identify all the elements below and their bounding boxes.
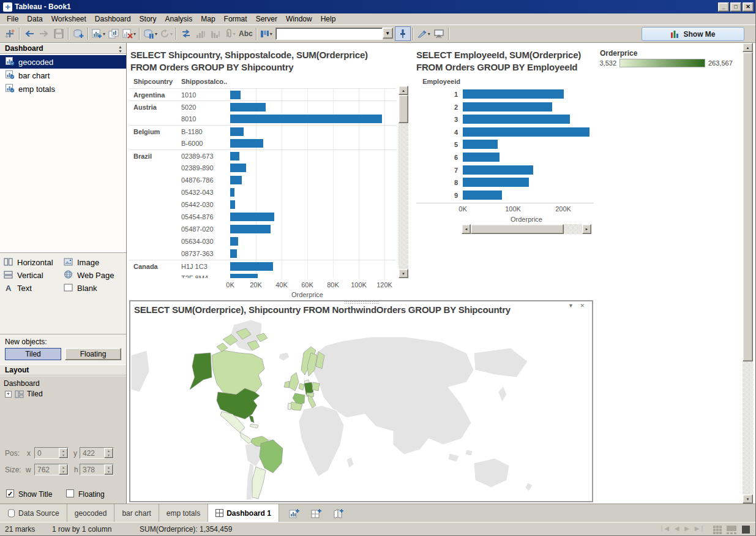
object-vertical[interactable]: Vertical — [4, 270, 64, 281]
scroll-left-icon[interactable]: ◄ — [462, 224, 471, 234]
new-worksheet-tab-button[interactable] — [286, 507, 302, 520]
pos-y-field[interactable]: 422 ▲▼ — [80, 447, 114, 459]
panel-sort-icon[interactable]: ▲▼ — [118, 45, 122, 53]
pin-button[interactable] — [395, 26, 411, 41]
menu-item-window[interactable]: Window — [282, 13, 316, 25]
fit-button[interactable]: ▾ — [259, 26, 274, 41]
new-dashboard-tab-button[interactable] — [309, 507, 324, 520]
scroll-thumb[interactable] — [743, 52, 753, 361]
menu-item-dashboard[interactable]: Dashboard — [91, 13, 135, 25]
object-blank[interactable]: Blank — [64, 283, 124, 293]
bar-mark[interactable] — [463, 165, 533, 175]
scroll-thumb[interactable] — [399, 95, 408, 123]
bar-mark[interactable] — [463, 102, 552, 111]
object-web-page[interactable]: Web Page — [64, 270, 124, 281]
sheet-nav-icons[interactable]: |◀ ◀ ▶ ▶| — [661, 525, 705, 532]
menu-item-format[interactable]: Format — [220, 13, 252, 25]
tab-geocoded[interactable]: geocoded — [67, 504, 115, 522]
floating-button[interactable]: Floating — [65, 348, 121, 360]
show-mark-labels-button[interactable]: Abc — [238, 26, 254, 41]
bar-mark[interactable] — [463, 127, 589, 137]
object-image[interactable]: Image — [64, 257, 124, 268]
spinner-buttons[interactable]: ▲▼ — [59, 448, 68, 458]
bar-chart-zone[interactable]: SELECT Shipcountry, Shippostalcode, SUM(… — [129, 48, 409, 300]
worksheet-item-geocoded[interactable]: geocoded — [0, 55, 126, 69]
chevron-down-icon[interactable]: ▼ — [383, 28, 393, 39]
duplicate-sheet-button[interactable] — [107, 26, 121, 41]
size-h-field[interactable]: 378 ▲▼ — [80, 464, 114, 475]
undo-button[interactable] — [22, 26, 37, 41]
object-text[interactable]: AText — [4, 283, 64, 293]
redo-button[interactable] — [37, 26, 51, 41]
floating-checkbox[interactable] — [66, 489, 74, 497]
chevron-down-icon[interactable]: ▾ — [233, 31, 236, 37]
scroll-down-icon[interactable]: ▼ — [743, 494, 753, 504]
tableau-logo-button[interactable] — [2, 26, 17, 41]
menu-item-worksheet[interactable]: Worksheet — [47, 13, 91, 25]
pause-updates-button[interactable]: ▾ — [142, 26, 159, 41]
main-vscrollbar[interactable]: ▲ ▼ — [743, 43, 753, 504]
size-w-field[interactable]: 762 ▲▼ — [34, 464, 69, 475]
sort-descending-button[interactable] — [208, 26, 223, 41]
pos-x-field[interactable]: 0 ▲▼ — [34, 447, 69, 459]
fit-combobox[interactable]: ▼ — [275, 28, 393, 40]
show-filmstrip-icon[interactable] — [727, 526, 736, 536]
chevron-down-icon[interactable]: ▾ — [155, 31, 157, 37]
chevron-down-icon[interactable]: ▾ — [170, 31, 173, 37]
tab-data-source[interactable]: Data Source — [0, 504, 67, 522]
show-tabs-icon[interactable] — [713, 526, 722, 536]
object-horizontal[interactable]: Horizontal — [4, 257, 64, 268]
bar-mark[interactable] — [230, 164, 246, 172]
bar-mark[interactable] — [230, 115, 382, 123]
chart2-hscrollbar[interactable]: ◄ ► — [462, 224, 591, 234]
bar-mark[interactable] — [230, 91, 241, 99]
spinner-buttons[interactable]: ▲▼ — [104, 464, 113, 475]
highlight-button[interactable]: ▾ — [416, 26, 432, 41]
spinner-buttons[interactable]: ▲▼ — [59, 464, 68, 475]
bar-mark[interactable] — [463, 89, 564, 99]
swap-axes-button[interactable] — [179, 26, 193, 41]
bar-mark[interactable] — [230, 103, 266, 111]
bar-mark[interactable] — [230, 237, 238, 246]
bar-mark[interactable] — [230, 127, 244, 136]
presentation-mode-button[interactable] — [432, 26, 446, 41]
bar-mark[interactable] — [230, 139, 263, 148]
save-button[interactable] — [51, 26, 66, 41]
scroll-right-icon[interactable]: ► — [582, 224, 591, 234]
chart1-vscrollbar[interactable]: ▲ ▼ — [399, 86, 408, 278]
bar-mark[interactable] — [463, 178, 529, 187]
close-button[interactable]: ✕ — [743, 2, 754, 12]
show-me-button[interactable]: Show Me — [642, 27, 744, 41]
worksheet-item-bar-chart[interactable]: bar chart — [0, 69, 126, 82]
country-portugal[interactable] — [288, 403, 291, 410]
bar-mark[interactable] — [230, 274, 258, 278]
tab-bar-chart[interactable]: bar chart — [114, 504, 159, 522]
menu-item-analysis[interactable]: Analysis — [161, 13, 197, 25]
scroll-up-icon[interactable]: ▲ — [399, 86, 408, 95]
color-legend[interactable]: Orderprice 3,532 263,567 — [598, 49, 745, 71]
bar-mark[interactable] — [463, 140, 498, 149]
chevron-down-icon[interactable]: ▾ — [133, 31, 136, 37]
layout-tree-node[interactable]: + Tiled — [5, 390, 43, 398]
world-map[interactable] — [131, 319, 591, 500]
show-title-checkbox[interactable]: ✓ — [6, 489, 14, 497]
menu-item-data[interactable]: Data — [23, 13, 47, 25]
tiled-button[interactable]: Tiled — [5, 348, 61, 360]
worksheet-item-emp-totals[interactable]: emp totals — [0, 82, 126, 96]
chevron-down-icon[interactable]: ▾ — [103, 31, 105, 37]
menu-item-help[interactable]: Help — [316, 13, 340, 25]
bar-mark[interactable] — [463, 153, 500, 162]
bar-mark[interactable] — [230, 213, 274, 221]
spinner-buttons[interactable]: ▲▼ — [104, 448, 113, 458]
scroll-up-icon[interactable]: ▲ — [743, 43, 753, 52]
maximize-button[interactable]: □ — [730, 2, 741, 12]
tab-emp-totals[interactable]: emp totals — [159, 504, 208, 522]
new-story-tab-button[interactable] — [331, 507, 346, 520]
sort-ascending-button[interactable] — [193, 26, 208, 41]
minimize-button[interactable]: _ — [718, 2, 729, 12]
show-sheet-icon[interactable] — [742, 526, 750, 535]
tab-dashboard-1[interactable]: Dashboard 1 — [208, 504, 279, 522]
menu-item-story[interactable]: Story — [135, 13, 161, 25]
employee-chart-zone[interactable]: SELECT EmployeeId, SUM(Orderprice) FROM … — [416, 48, 600, 239]
menu-item-server[interactable]: Server — [252, 13, 282, 25]
